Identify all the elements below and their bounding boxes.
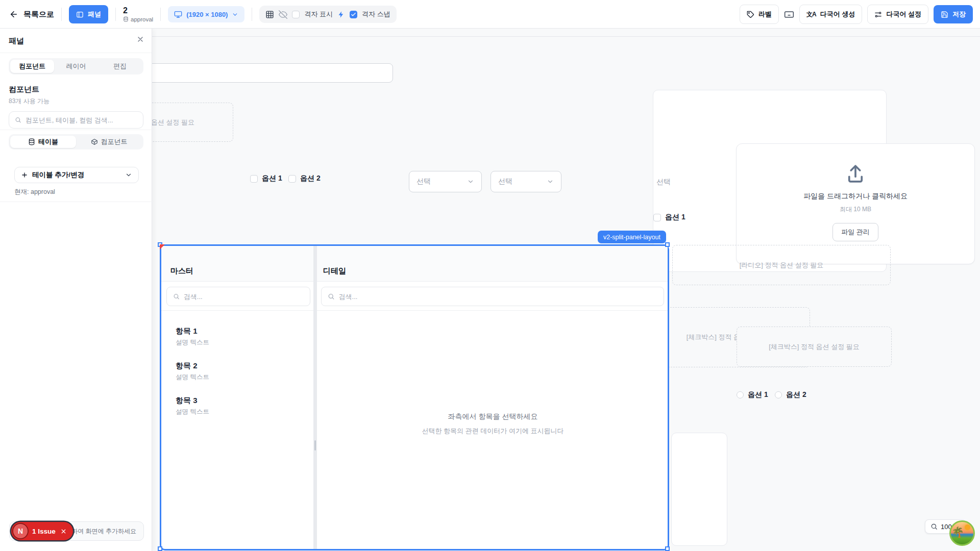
add-table-dropdown[interactable]: 테이블 추가/변경 [14,167,139,183]
component-search-field[interactable] [26,116,137,124]
divider [161,310,313,311]
island-avatar[interactable]: 🌴 [949,520,975,546]
master-list-item[interactable]: 항목 1 설명 텍스트 [176,327,209,347]
sun-icon [965,524,970,530]
panel-icon [76,11,84,18]
master-list-item[interactable]: 항목 3 설명 텍스트 [176,396,209,416]
canvas-radio-option1[interactable]: 옵션 1 [737,390,768,399]
detail-search-field[interactable] [339,293,657,300]
i18n-settings-button[interactable]: 다국어 설정 [867,5,928,24]
table-name: approval [131,16,153,22]
issue-flag-marker [160,244,165,249]
issue-count-label: 1 Issue [32,528,56,535]
tag-icon [747,11,754,18]
checkbox-box-icon[interactable] [653,214,661,221]
separator [115,8,116,21]
close-icon[interactable] [60,528,67,535]
issue-badge[interactable]: N 1 Issue [11,522,73,540]
separator [61,8,62,21]
canvas-single-checkbox[interactable]: 옵션 1 [653,213,685,222]
keyboard-shortcuts-button[interactable] [784,9,794,19]
chevron-down-icon [125,171,132,179]
item-title: 항목 3 [176,396,209,406]
item-desc: 설명 텍스트 [176,408,209,416]
selection-handle[interactable] [665,242,670,247]
master-search-input[interactable] [166,287,310,306]
canvas-checkbox-option1[interactable]: 옵션 1 [250,174,282,183]
save-icon [941,11,948,18]
canvas-radio-option2[interactable]: 옵션 2 [775,390,806,399]
select-placeholder: 선택 [416,177,431,186]
canvas-narrow-card[interactable] [671,433,727,546]
selection-handle[interactable] [158,546,162,551]
section-title: 컴포넌트 [9,85,39,94]
panel-toggle-button[interactable]: 패널 [69,5,108,23]
canvas-select-text[interactable]: 선택 [656,178,671,187]
master-search-field[interactable] [184,293,304,300]
file-manage-button[interactable]: 파일 관리 [832,223,878,241]
search-icon [328,293,335,300]
checkbox-box-icon[interactable] [288,175,296,183]
sliders-icon [874,11,882,18]
resizer-grip-icon [314,440,316,450]
tab-layers[interactable]: 레이어 [54,60,98,73]
tab-edit[interactable]: 편집 [98,60,142,73]
canvas-frame-line [152,36,980,37]
check-icon [351,12,356,17]
radio-circle-icon[interactable] [775,391,782,398]
detail-empty-title: 좌측에서 항목을 선택하세요 [321,412,665,421]
app-screen: 정적 옵션 설정 필요 옵션 1 옵션 2 선택 선택 선택 옵션 1 파일을 … [0,0,980,551]
master-list-item[interactable]: 항목 2 설명 텍스트 [176,361,209,382]
checkbox-label: 옵션 1 [262,174,282,183]
panel-button-label: 패널 [88,10,101,19]
grid-snap-checkbox[interactable] [350,11,357,18]
canvas-placeholder-box-checkbox-b[interactable]: [체크박스] 정적 옵션 설정 필요 [737,327,892,367]
arrow-left-icon [9,10,18,19]
close-icon[interactable] [136,35,144,43]
label-button[interactable]: 라벨 [740,5,779,24]
tab-components[interactable]: 컴포넌트 [10,60,54,73]
separator [160,8,161,21]
component-search-input[interactable] [9,111,143,129]
plus-icon [21,171,28,179]
toggle-table[interactable]: 테이블 [10,136,76,148]
canvas-select-2[interactable]: 선택 [491,171,561,192]
divider [317,310,668,311]
add-table-label: 테이블 추가/변경 [32,170,121,180]
back-to-list-button[interactable]: 목록으로 [9,10,54,19]
grid-show-label: 격자 표시 [304,10,333,19]
i18n-settings-label: 다국어 설정 [886,10,921,19]
placeholder-text: [라디오] 정적 옵션 설정 필요 [740,261,824,270]
divider [0,202,152,202]
i18n-generate-button[interactable]: 文A 다국어 생성 [799,5,862,24]
detail-search-input[interactable] [321,287,664,306]
search-icon [173,293,180,300]
canvas-checkbox-option2[interactable]: 옵션 2 [288,174,321,183]
palm-tree-icon: 🌴 [951,526,964,538]
split-panel-component[interactable]: 마스터 항목 1 설명 텍스트 항목 2 설명 텍스트 항목 3 설명 텍스트 … [160,244,669,550]
checkbox-label: 옵션 2 [300,174,321,183]
issue-logo: N [13,524,28,538]
components-count: 83개 사용 가능 [9,97,50,106]
radio-circle-icon[interactable] [737,391,744,398]
select-placeholder: 선택 [498,177,512,186]
toolbar-right: 라벨 文A 다국어 생성 다국어 설정 저장 [740,0,973,29]
component-tag-badge: v2-split-panel-layout [598,231,666,243]
grid-show-checkbox[interactable] [292,11,300,18]
item-desc: 설명 텍스트 [176,373,209,382]
grid-snap-label: 격자 스냅 [362,10,390,19]
lightning-icon [337,11,345,18]
canvas-placeholder-box-radio[interactable]: [라디오] 정적 옵션 설정 필요 [672,245,891,285]
canvas-select-1[interactable]: 선택 [409,171,482,192]
toggle-table-label: 테이블 [38,137,58,146]
monitor-icon [174,10,182,18]
item-title: 항목 1 [176,327,209,336]
save-button[interactable]: 저장 [934,5,973,23]
split-resizer[interactable] [313,246,317,549]
viewport-size-dropdown[interactable]: (980 × 551) [168,6,244,22]
checkbox-box-icon[interactable] [250,175,258,183]
selection-handle[interactable] [665,546,670,551]
divider [0,130,152,130]
radio-label: 옵션 1 [748,390,768,399]
toggle-component[interactable]: 컴포넌트 [76,136,142,148]
